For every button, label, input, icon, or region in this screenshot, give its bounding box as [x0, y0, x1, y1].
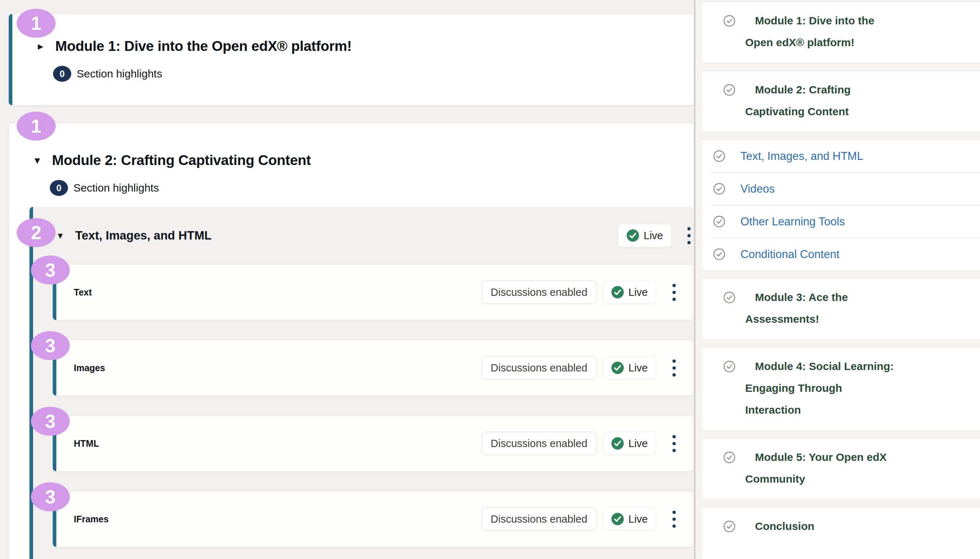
- unit-status-label: Live: [628, 438, 648, 450]
- sidebar-module-label: Module 2: Crafting Captivating Content: [745, 79, 894, 122]
- sidebar-subsection-links: Text, Images, and HTML Videos Other Lear…: [701, 140, 980, 271]
- completion-check-icon: [723, 361, 735, 372]
- completion-check-icon: [723, 291, 735, 303]
- live-check-icon: [626, 229, 640, 242]
- annotation-mark: 3: [31, 482, 70, 511]
- collapse-subsection-caret-icon[interactable]: ▾: [58, 230, 69, 241]
- unit-actions: Discussions enabled Live: [482, 508, 677, 531]
- unit-title[interactable]: Images: [74, 363, 105, 373]
- discussions-enabled-badge: Discussions enabled: [482, 508, 597, 531]
- completion-check-icon: [713, 215, 725, 228]
- completion-check-icon: [713, 248, 725, 260]
- sidebar-link-text-images-html[interactable]: Text, Images, and HTML: [702, 140, 980, 172]
- discussions-enabled-badge: Discussions enabled: [482, 356, 597, 379]
- sidebar-item-module-4[interactable]: Module 4: Social Learning: Engaging Thro…: [701, 347, 980, 431]
- subsection-title[interactable]: Text, Images, and HTML: [75, 228, 212, 242]
- sidebar-module-label: Module 4: Social Learning: Engaging Thro…: [745, 356, 894, 421]
- unit-status-label: Live: [628, 362, 648, 374]
- live-check-icon: [611, 513, 624, 526]
- live-check-icon: [611, 361, 624, 374]
- sidebar-module-label: Module 5: Your Open edX Community: [745, 447, 894, 490]
- unit-title[interactable]: IFrames: [74, 514, 109, 524]
- unit-status-badge: Live: [603, 432, 656, 455]
- studio-course-outline-page: ▸ Module 1: Dive into the Open edX® plat…: [0, 0, 980, 559]
- subsection-kebab-menu-icon[interactable]: [686, 226, 692, 246]
- sidebar-link-label[interactable]: Other Learning Tools: [740, 215, 845, 228]
- unit-status-badge: Live: [603, 508, 656, 531]
- subsection-status-label: Live: [644, 230, 663, 242]
- section-card-module-2: ▾ Module 2: Crafting Captivating Content…: [9, 123, 694, 559]
- completion-check-icon: [713, 183, 725, 195]
- unit-kebab-menu-icon[interactable]: [671, 283, 677, 303]
- subsection-card: ▾ Text, Images, and HTML Live: [30, 207, 694, 559]
- subsection-status-badge: Live: [618, 224, 671, 247]
- sidebar-item-module-1[interactable]: Module 1: Dive into the Open edX® platfo…: [701, 2, 980, 63]
- sidebar-link-label[interactable]: Conditional Content: [740, 248, 840, 261]
- unit-card-images: Images Discussions enabled Live: [53, 340, 694, 396]
- unit-actions: Discussions enabled Live: [482, 281, 677, 304]
- unit-title[interactable]: HTML: [74, 438, 99, 449]
- unit-title[interactable]: Text: [74, 287, 92, 298]
- outline-main: ▸ Module 1: Dive into the Open edX® plat…: [0, 0, 696, 559]
- live-check-icon: [611, 286, 624, 299]
- discussions-enabled-badge: Discussions enabled: [482, 281, 597, 304]
- section-1-title[interactable]: Module 1: Dive into the Open edX® platfo…: [55, 38, 352, 55]
- unit-status-label: Live: [628, 513, 648, 525]
- completion-check-icon: [723, 452, 735, 463]
- unit-kebab-menu-icon[interactable]: [671, 509, 677, 529]
- annotation-mark: 1: [17, 112, 56, 141]
- annotation-mark: 1: [17, 9, 56, 38]
- annotation-mark: 3: [31, 256, 70, 284]
- completion-check-icon: [723, 84, 735, 96]
- sidebar-module-label: Module 3: Ace the Assessments!: [745, 286, 894, 330]
- section-2-header[interactable]: ▾ Module 2: Crafting Captivating Content: [9, 152, 694, 169]
- unit-kebab-menu-icon[interactable]: [671, 358, 677, 378]
- sidebar-item-module-3[interactable]: Module 3: Ace the Assessments!: [701, 278, 980, 340]
- highlights-label: Section highlights: [77, 68, 162, 80]
- sidebar-item-module-5[interactable]: Module 5: Your Open edX Community: [701, 438, 980, 500]
- unit-card-text: Text Discussions enabled Live: [53, 264, 694, 320]
- sidebar-link-videos[interactable]: Videos: [702, 173, 980, 205]
- expand-section-caret-icon[interactable]: ▸: [38, 41, 50, 51]
- annotation-mark: 3: [31, 407, 70, 436]
- annotation-mark: 2: [17, 218, 56, 247]
- completion-check-icon: [713, 150, 725, 162]
- outline-sidebar: Module 1: Dive into the Open edX® platfo…: [696, 0, 980, 559]
- section-1-header[interactable]: ▸ Module 1: Dive into the Open edX® plat…: [12, 38, 694, 55]
- sidebar-module-label: Conclusion: [745, 515, 894, 537]
- collapse-section-caret-icon[interactable]: ▾: [35, 155, 46, 166]
- subsection-header[interactable]: ▾ Text, Images, and HTML Live: [33, 207, 694, 264]
- sidebar-link-other-learning-tools[interactable]: Other Learning Tools: [702, 205, 980, 238]
- sidebar-item-module-2[interactable]: Module 2: Crafting Captivating Content: [701, 71, 980, 132]
- completion-check-icon: [723, 15, 735, 27]
- unit-card-html: HTML Discussions enabled Live: [53, 415, 694, 471]
- sidebar-link-conditional-content[interactable]: Conditional Content: [702, 238, 980, 270]
- highlights-label: Section highlights: [73, 182, 159, 194]
- sidebar-link-label[interactable]: Videos: [740, 182, 775, 195]
- unit-actions: Discussions enabled Live: [482, 356, 677, 379]
- unit-status-label: Live: [628, 286, 648, 298]
- unit-kebab-menu-icon[interactable]: [671, 433, 677, 453]
- completion-check-icon: [723, 521, 735, 533]
- section-2-highlights-button[interactable]: 0 Section highlights: [50, 180, 159, 196]
- live-check-icon: [611, 437, 624, 450]
- discussions-enabled-badge: Discussions enabled: [482, 432, 597, 455]
- highlights-count-badge: 0: [53, 66, 71, 82]
- section-1-highlights-button[interactable]: 0 Section highlights: [53, 66, 162, 82]
- section-2-title[interactable]: Module 2: Crafting Captivating Content: [52, 152, 311, 169]
- unit-status-badge: Live: [603, 356, 656, 379]
- sidebar-module-label: Module 1: Dive into the Open edX® platfo…: [745, 10, 894, 53]
- subsection-header-actions: Live: [618, 224, 692, 247]
- annotation-mark: 3: [31, 331, 70, 360]
- section-card-module-1: ▸ Module 1: Dive into the Open edX® plat…: [9, 14, 694, 106]
- highlights-count-badge: 0: [50, 180, 68, 196]
- sidebar-item-conclusion[interactable]: Conclusion: [701, 507, 980, 559]
- unit-status-badge: Live: [603, 281, 656, 304]
- unit-card-iframes: IFrames Discussions enabled Live: [53, 491, 694, 547]
- sidebar-link-label[interactable]: Text, Images, and HTML: [740, 150, 863, 163]
- unit-actions: Discussions enabled Live: [482, 432, 677, 455]
